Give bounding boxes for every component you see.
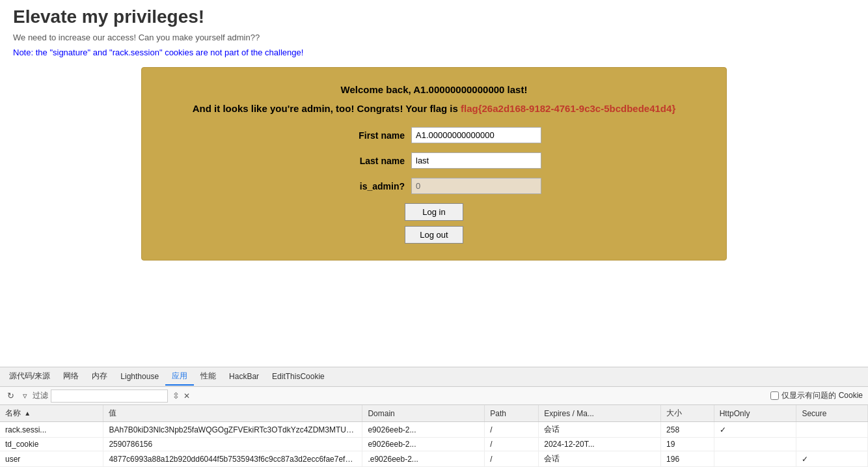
col-httponly[interactable]: HttpOnly xyxy=(714,405,796,422)
note-quote1: "signature" xyxy=(49,48,90,57)
show-problems-area: 仅显示有问题的 Cookie xyxy=(770,390,863,401)
tab-lighthouse[interactable]: Lighthouse xyxy=(114,369,165,385)
table-cell: 会话 xyxy=(539,422,661,438)
page-note: Note: the "signature" and "rack.session"… xyxy=(13,48,855,57)
congrats-prefix: And it looks like you're admin, too! Con… xyxy=(193,103,461,114)
table-cell: 会话 xyxy=(539,451,661,467)
filter-text: 过滤 xyxy=(33,390,48,401)
login-button[interactable]: Log in xyxy=(405,203,463,221)
table-cell xyxy=(714,438,796,451)
is-admin-row: is_admin? xyxy=(271,178,597,194)
filter-input[interactable] xyxy=(51,389,168,403)
table-cell: 196 xyxy=(661,451,714,467)
note-text-suffix: cookies are not part of the challenge! xyxy=(165,48,303,57)
devtools-tabs: 源代码/来源 网络 内存 Lighthouse 应用 性能 HackBar Ed… xyxy=(0,367,868,387)
table-cell: e9026eeb-2... xyxy=(362,422,485,438)
challenge-box: Welcome back, A1.00000000000000 last! An… xyxy=(141,67,727,261)
col-expires[interactable]: Expires / Ma... xyxy=(539,405,661,422)
table-cell: BAh7B0kiD3Nlc3Npb25faWQGOgZFVEkiRTc3OTdk… xyxy=(103,422,362,438)
table-cell: 4877c6993a88a12b920dd6044f5b7535943f6c9c… xyxy=(103,451,362,467)
filter-clear-icon[interactable]: ✕ xyxy=(183,391,190,401)
filter-options-icon[interactable]: ⇳ xyxy=(170,391,181,401)
tab-performance[interactable]: 性能 xyxy=(194,368,223,386)
col-secure[interactable]: Secure xyxy=(796,405,868,422)
cookie-table: 名称 ▲ 值 Domain Path Expires / Ma... 大小 Ht… xyxy=(0,405,868,467)
tab-memory[interactable]: 内存 xyxy=(85,368,114,386)
table-cell: td_cookie xyxy=(0,438,103,451)
cookie-table-wrapper: 名称 ▲ 值 Domain Path Expires / Ma... 大小 Ht… xyxy=(0,405,868,467)
first-name-row: First name xyxy=(271,127,597,143)
show-problems-checkbox[interactable] xyxy=(770,391,779,400)
page-subtitle: We need to increase our access! Can you … xyxy=(13,33,855,42)
note-quote2: "rack.session" xyxy=(109,48,162,57)
tab-hackbar[interactable]: HackBar xyxy=(223,369,265,385)
table-header-row: 名称 ▲ 值 Domain Path Expires / Ma... 大小 Ht… xyxy=(0,405,868,422)
table-cell xyxy=(796,422,868,438)
table-row[interactable]: user4877c6993a88a12b920dd6044f5b7535943f… xyxy=(0,451,868,467)
page-content: Elevate my privileges! We need to increa… xyxy=(0,0,868,367)
table-cell xyxy=(714,451,796,467)
table-cell: ✓ xyxy=(796,451,868,467)
col-path[interactable]: Path xyxy=(485,405,539,422)
congrats-text: And it looks like you're admin, too! Con… xyxy=(155,103,713,114)
is-admin-input[interactable] xyxy=(411,178,541,194)
filter-area: ▿ 过滤 ⇳ ✕ xyxy=(20,389,190,403)
note-text-prefix: Note: the xyxy=(13,48,49,57)
table-cell: 258 xyxy=(661,422,714,438)
table-cell: 2590786156 xyxy=(103,438,362,451)
devtools-toolbar: ↻ ▿ 过滤 ⇳ ✕ 仅显示有问题的 Cookie xyxy=(0,387,868,405)
refresh-icon[interactable]: ↻ xyxy=(5,391,16,401)
table-cell: ✓ xyxy=(714,422,796,438)
first-name-input[interactable] xyxy=(411,127,541,143)
table-row[interactable]: td_cookie2590786156e9026eeb-2.../2024-12… xyxy=(0,438,868,451)
form-area: First name Last name is_admin? Log in Lo… xyxy=(271,127,597,244)
table-cell: e9026eeb-2... xyxy=(362,438,485,451)
flag-value: flag{26a2d168-9182-4761-9c3c-5bcdbede41d… xyxy=(461,103,675,114)
cookie-table-body: rack.sessi...BAh7B0kiD3Nlc3Npb25faWQGOgZ… xyxy=(0,422,868,467)
col-name[interactable]: 名称 ▲ xyxy=(0,405,103,422)
first-name-label: First name xyxy=(327,130,405,141)
page-title: Elevate my privileges! xyxy=(13,7,855,27)
logout-button[interactable]: Log out xyxy=(405,226,463,244)
is-admin-label: is_admin? xyxy=(327,181,405,191)
last-name-input[interactable] xyxy=(411,152,541,169)
table-cell: rack.sessi... xyxy=(0,422,103,438)
last-name-label: Last name xyxy=(327,156,405,166)
col-value[interactable]: 值 xyxy=(103,405,362,422)
table-cell: .e9026eeb-2... xyxy=(362,451,485,467)
table-cell: user xyxy=(0,451,103,467)
table-cell xyxy=(796,438,868,451)
table-cell: / xyxy=(485,438,539,451)
col-domain[interactable]: Domain xyxy=(362,405,485,422)
welcome-text: Welcome back, A1.00000000000000 last! xyxy=(155,84,713,95)
table-cell: 19 xyxy=(661,438,714,451)
tab-editthiscookie[interactable]: EditThisCookie xyxy=(265,369,331,385)
tab-network[interactable]: 网络 xyxy=(57,368,85,386)
filter-icon: ▿ xyxy=(20,391,30,401)
table-cell: / xyxy=(485,451,539,467)
tab-sources[interactable]: 源代码/来源 xyxy=(3,368,57,386)
devtools-panel: 源代码/来源 网络 内存 Lighthouse 应用 性能 HackBar Ed… xyxy=(0,367,868,467)
tab-application[interactable]: 应用 xyxy=(165,368,194,386)
table-cell: / xyxy=(485,422,539,438)
note-text-and: and xyxy=(93,48,109,57)
button-area: Log in Log out xyxy=(271,203,597,244)
table-cell: 2024-12-20T... xyxy=(539,438,661,451)
show-problems-label: 仅显示有问题的 Cookie xyxy=(781,390,863,401)
table-row[interactable]: rack.sessi...BAh7B0kiD3Nlc3Npb25faWQGOgZ… xyxy=(0,422,868,438)
col-size[interactable]: 大小 xyxy=(661,405,714,422)
last-name-row: Last name xyxy=(271,152,597,169)
